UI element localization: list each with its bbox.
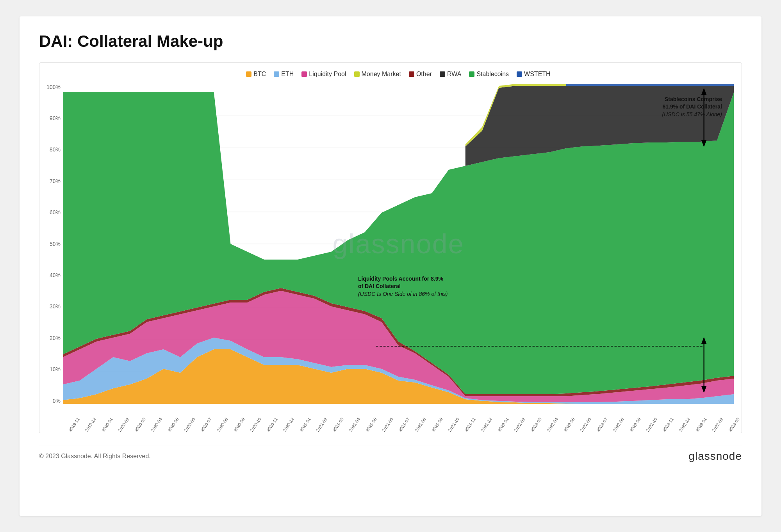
legend-swatch-lp: [301, 71, 307, 77]
x-label: 2020-03: [134, 421, 144, 432]
legend-swatch-stable: [469, 71, 474, 77]
x-label: 2022-01: [496, 421, 506, 432]
x-label: 2021-10: [447, 421, 457, 432]
footer-brand: glassnode: [688, 450, 742, 463]
x-label: 2020-11: [266, 421, 276, 432]
x-label: 2022-08: [612, 421, 622, 432]
x-label: 2021-03: [332, 421, 342, 432]
y-axis: 0%10%20%30%40%50%60%70%80%90%100%: [43, 84, 61, 404]
chart-area: 0%10%20%30%40%50%60%70%80%90%100%: [63, 84, 734, 404]
x-label: 2022-05: [562, 421, 572, 432]
x-label: 2020-02: [117, 421, 127, 432]
chart-svg: [63, 84, 734, 404]
x-label: 2020-06: [183, 421, 193, 432]
x-label: 2021-12: [480, 421, 490, 432]
x-label: 2021-02: [315, 421, 325, 432]
x-label: 2019-11: [68, 421, 78, 432]
y-label: 90%: [43, 115, 61, 121]
x-label: 2020-10: [249, 421, 259, 432]
x-label: 2021-01: [298, 421, 308, 432]
y-label: 10%: [43, 366, 61, 372]
x-label: 2020-09: [232, 421, 243, 432]
x-label: 2021-06: [381, 421, 391, 432]
legend-label-stable: Stablecoins: [476, 71, 509, 78]
x-label: 2022-02: [513, 421, 523, 432]
x-axis: 2019-112019-122020-012020-022020-032020-…: [63, 421, 734, 425]
chart-container: BTCETHLiquidity PoolMoney MarketOtherRWA…: [39, 62, 742, 433]
x-label: 2021-07: [398, 421, 408, 432]
x-label: 2021-08: [414, 421, 424, 432]
annotation-stablecoins: Stablecoins Comprise 61.9% of DAI Collat…: [662, 96, 722, 119]
legend-label-mm: Money Market: [362, 71, 401, 78]
x-label: 2020-05: [166, 421, 177, 432]
page-wrapper: DAI: Collateral Make-up BTCETHLiquidity …: [20, 16, 761, 516]
x-label: 2022-04: [546, 421, 556, 432]
legend-swatch-mm: [354, 71, 360, 77]
legend-item-stable: Stablecoins: [469, 71, 509, 78]
x-label: 2020-08: [216, 421, 226, 432]
svg-marker-17: [566, 84, 734, 86]
legend-label-lp: Liquidity Pool: [309, 71, 346, 78]
footer: © 2023 Glassnode. All Rights Reserved. g…: [39, 445, 742, 463]
x-label: 2022-03: [530, 421, 540, 432]
legend-swatch-other: [409, 71, 414, 77]
legend-item-other: Other: [409, 71, 432, 78]
legend-item-lp: Liquidity Pool: [301, 71, 346, 78]
x-label: 2023-03: [728, 421, 738, 432]
legend-label-other: Other: [416, 71, 432, 78]
x-label: 2023-02: [711, 421, 721, 432]
x-label: 2020-12: [282, 421, 292, 432]
x-label: 2021-09: [430, 421, 440, 432]
x-label: 2021-11: [464, 421, 474, 432]
legend-swatch-btc: [246, 71, 251, 77]
y-label: 60%: [43, 209, 61, 215]
y-label: 100%: [43, 84, 61, 90]
legend-item-rwa: RWA: [440, 71, 461, 78]
footer-copyright: © 2023 Glassnode. All Rights Reserved.: [39, 453, 151, 460]
legend-swatch-wsteth: [517, 71, 522, 77]
page-title: DAI: Collateral Make-up: [39, 32, 742, 51]
x-label: 2021-05: [364, 421, 374, 432]
x-label: 2023-01: [694, 421, 704, 432]
y-label: 50%: [43, 241, 61, 247]
legend-label-rwa: RWA: [447, 71, 461, 78]
legend-swatch-eth: [274, 71, 279, 77]
x-label: 2022-07: [596, 421, 606, 432]
x-label: 2021-04: [348, 421, 358, 432]
legend-item-eth: ETH: [274, 71, 294, 78]
legend-item-wsteth: WSTETH: [517, 71, 551, 78]
annotation-liquidity: Liquidity Pools Account for 8.9% of DAI …: [358, 275, 448, 298]
y-label: 40%: [43, 272, 61, 278]
x-label: 2022-09: [628, 421, 638, 432]
x-label: 2019-12: [84, 421, 94, 432]
y-label: 80%: [43, 146, 61, 153]
y-label: 0%: [43, 398, 61, 404]
legend-item-btc: BTC: [246, 71, 266, 78]
legend-item-mm: Money Market: [354, 71, 401, 78]
x-label: 2020-01: [100, 421, 111, 432]
legend-swatch-rwa: [440, 71, 445, 77]
x-label: 2022-10: [645, 421, 655, 432]
y-label: 20%: [43, 335, 61, 341]
y-label: 70%: [43, 178, 61, 184]
x-label: 2022-06: [579, 421, 589, 432]
x-label: 2022-11: [662, 421, 672, 432]
x-label: 2020-07: [200, 421, 210, 432]
legend-label-wsteth: WSTETH: [524, 71, 551, 78]
legend-label-eth: ETH: [281, 71, 294, 78]
x-label: 2020-04: [150, 421, 160, 432]
x-label: 2022-12: [678, 421, 688, 432]
y-label: 30%: [43, 303, 61, 310]
legend-label-btc: BTC: [253, 71, 266, 78]
chart-legend: BTCETHLiquidity PoolMoney MarketOtherRWA…: [63, 71, 734, 78]
